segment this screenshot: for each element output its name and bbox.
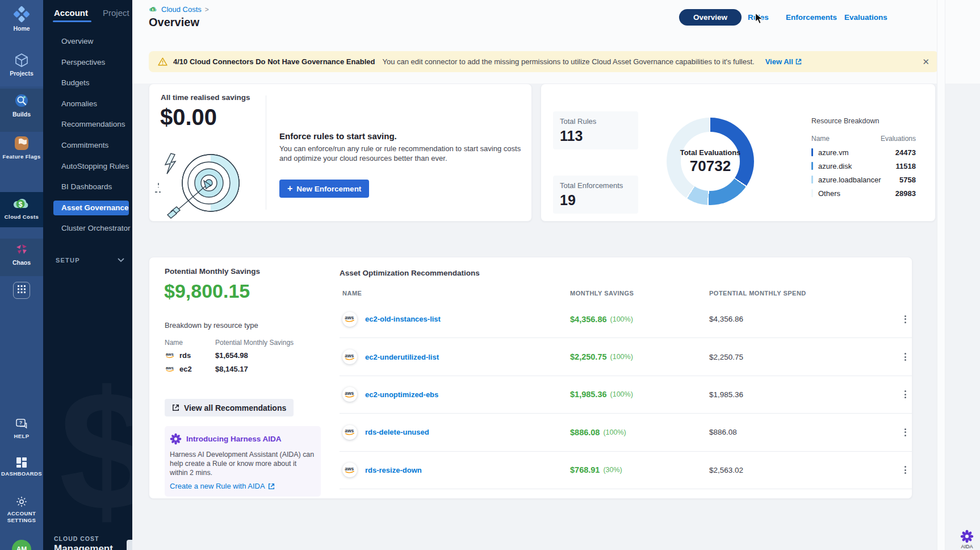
recommendation-link[interactable]: ec2-old-instances-list — [365, 315, 441, 323]
row-menu-kebab-icon[interactable] — [900, 351, 910, 363]
tab-overview[interactable]: Overview — [679, 9, 742, 26]
tab-rules[interactable]: Rules — [748, 13, 769, 22]
harness-ccm-overview-page: Home Projects Builds Feature Flags $ Clo… — [0, 0, 980, 550]
sidebar-item-budgets[interactable]: Budgets — [43, 73, 132, 94]
banner-headline: 4/10 Cloud Connectors Do Not Have Govern… — [173, 57, 375, 66]
aida-create-rule-link[interactable]: Create a new Rule with AIDA — [170, 482, 275, 490]
rail-item-home[interactable]: Home — [0, 6, 43, 32]
row-menu-kebab-icon[interactable] — [900, 464, 910, 476]
breadcrumb: $ Cloud Costs > — [149, 5, 209, 14]
banner-view-all-link[interactable]: View All — [765, 57, 802, 66]
aws-logo-icon: aws — [342, 463, 357, 477]
enforce-cta-title: Enforce rules to start saving. — [279, 131, 397, 141]
rail-item-projects[interactable]: Projects — [0, 53, 43, 77]
setup-section-toggle[interactable]: SETUP — [43, 253, 132, 267]
aws-logo-icon: aws — [342, 425, 357, 440]
governance-warning-banner: 4/10 Cloud Connectors Do Not Have Govern… — [149, 51, 939, 72]
sidebar-item-recommendations[interactable]: Recommendations — [43, 114, 132, 135]
legend-color-chip — [811, 162, 813, 170]
recommendations-title: Asset Optimization Recommendations — [340, 269, 480, 277]
banner-description: You can edit connector to add the missin… — [382, 57, 754, 66]
enforce-cta-body: You can enforce/run any rule or rule rec… — [279, 144, 529, 163]
donut-center: Total Evaluations 70732 — [681, 132, 740, 191]
gear-icon — [0, 495, 43, 508]
sidebar-item-overview[interactable]: Overview — [43, 31, 132, 52]
aws-logo-icon: aws — [342, 312, 357, 327]
rail-item-cloud-costs[interactable]: $ Cloud Costs — [0, 197, 43, 220]
table-row: aws rds-delete-unused $886.08(100%) $886… — [340, 414, 912, 451]
sidebar-menu: Overview Perspectives Budgets Anomalies … — [43, 31, 132, 239]
rail-item-chaos[interactable]: Chaos — [0, 242, 43, 266]
svg-text:aws: aws — [345, 353, 354, 359]
sidebar-item-cluster-orchestrator[interactable]: Cluster Orchestrator — [43, 218, 132, 239]
row-menu-kebab-icon[interactable] — [900, 388, 910, 401]
recommendation-link[interactable]: rds-resize-down — [365, 466, 422, 474]
apps-grid-icon — [18, 285, 26, 295]
svg-text:?: ? — [19, 420, 22, 426]
total-enforcements-box: Total Enforcements 19 — [553, 176, 638, 214]
total-rules-box: Total Rules 113 — [553, 111, 638, 149]
sidebar-collapse-handle[interactable] — [127, 540, 132, 550]
tab-account[interactable]: Account — [54, 8, 88, 22]
realised-savings-card: All time realised savings $0.00 — [149, 84, 532, 222]
rail-item-builds[interactable]: Builds — [0, 93, 43, 118]
sidebar-item-bi-dashboards[interactable]: BI Dashboards — [43, 177, 132, 198]
rail-item-feature-flags[interactable]: Feature Flags — [0, 135, 43, 160]
aws-logo-icon: aws — [342, 387, 357, 402]
sidebar-item-autostopping-rules[interactable]: AutoStopping Rules — [43, 156, 132, 177]
recommendation-link[interactable]: ec2-underutilized-list — [365, 353, 439, 361]
builds-icon — [0, 93, 43, 109]
resource-breakdown-header: NameEvaluations — [811, 135, 916, 143]
page-title: Overview — [149, 16, 199, 29]
dartboard-illustration — [154, 148, 256, 223]
scope-tabs: Account Project — [54, 8, 128, 22]
rail-item-dashboards[interactable]: DASHBOARDS — [0, 457, 43, 477]
view-all-recommendations-button[interactable]: View all Recommendations — [165, 399, 294, 416]
row-menu-kebab-icon[interactable] — [900, 313, 910, 326]
resource-breakdown-title: Resource Breakdown — [811, 117, 916, 125]
module-title: CLOUD COST Management — [54, 535, 113, 550]
mini-table-row: aws rds $1,654.98 — [165, 350, 191, 360]
svg-text:aws: aws — [345, 466, 354, 472]
tab-enforcements[interactable]: Enforcements — [786, 13, 837, 22]
sidebar-item-asset-governance[interactable]: Asset Governance — [43, 198, 132, 219]
chaos-icon — [0, 242, 43, 257]
scrollbar-track[interactable] — [937, 0, 945, 550]
rail-item-account-settings[interactable]: ACCOUNT SETTINGS — [0, 495, 43, 524]
breadcrumb-link[interactable]: Cloud Costs — [161, 5, 202, 14]
banner-close-icon[interactable]: ✕ — [922, 57, 929, 66]
legend-color-chip — [811, 176, 813, 184]
module-title-line1: CLOUD COST — [54, 535, 113, 542]
projects-cube-icon — [0, 53, 43, 68]
user-avatar[interactable]: AM — [12, 540, 31, 550]
aws-logo-icon: aws — [342, 349, 357, 364]
potential-savings-value: $9,800.15 — [164, 280, 250, 302]
aida-floating-button[interactable]: AIDA — [956, 530, 978, 549]
external-link-icon — [172, 404, 179, 411]
svg-text:aws: aws — [166, 365, 174, 370]
table-row: aws rds-resize-down $768.91(30%) $2,563.… — [340, 452, 912, 489]
sidebar-item-anomalies[interactable]: Anomalies — [43, 94, 132, 115]
breadcrumb-separator: > — [205, 6, 209, 14]
ccm-sidebar: $ Account Project Overview Perspectives … — [43, 0, 132, 550]
help-chat-icon: ? — [0, 418, 43, 431]
apps-grid-button[interactable] — [13, 282, 30, 299]
dashboards-icon — [0, 457, 43, 468]
total-rules-label: Total Rules — [560, 117, 631, 126]
tab-project[interactable]: Project — [103, 8, 129, 22]
row-menu-kebab-icon[interactable] — [900, 426, 910, 439]
harness-logo-icon — [0, 6, 43, 23]
rail-item-help[interactable]: ? HELP — [0, 418, 43, 439]
aida-pinwheel-icon — [956, 530, 978, 543]
sidebar-item-perspectives[interactable]: Perspectives — [43, 52, 132, 73]
recommendation-link[interactable]: rds-delete-unused — [365, 428, 429, 436]
card-divider — [266, 95, 266, 210]
table-row: aws ec2-old-instances-list $4,356.86(100… — [340, 301, 912, 338]
total-rules-value: 113 — [560, 128, 631, 144]
legend-item: azure.loadbalancer 5758 — [811, 176, 916, 184]
sidebar-item-commitments[interactable]: Commitments — [43, 135, 132, 156]
aida-title: Introducing Harness AIDA — [186, 435, 282, 443]
tab-evaluations[interactable]: Evaluations — [844, 13, 887, 22]
recommendation-link[interactable]: ec2-unoptimized-ebs — [365, 390, 438, 399]
new-enforcement-button[interactable]: + New Enforcement — [279, 180, 369, 198]
